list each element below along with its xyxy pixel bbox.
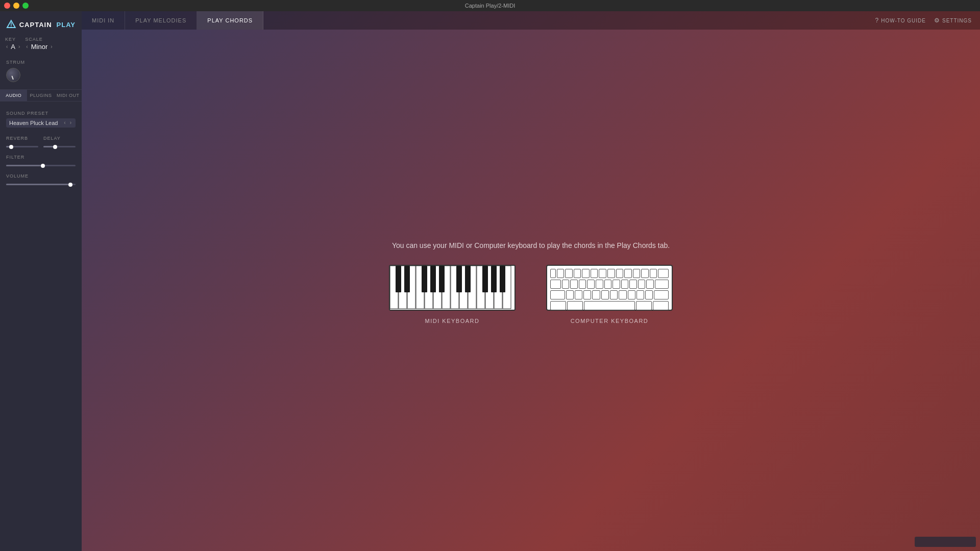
knob-indicator bbox=[11, 76, 14, 80]
help-icon: ? bbox=[875, 17, 879, 24]
close-button[interactable] bbox=[4, 3, 10, 9]
scale-prev-button[interactable]: ‹ bbox=[25, 44, 29, 49]
window-title: Captain Play/2-MIDI bbox=[465, 3, 515, 9]
main-content: MIDI IN PLAY MELODIES PLAY CHORDS ? HOW-… bbox=[82, 11, 980, 551]
strum-knob-container bbox=[6, 68, 21, 83]
volume-fill bbox=[6, 184, 68, 185]
kb-key bbox=[557, 269, 565, 278]
volume-label: VOLUME bbox=[6, 173, 29, 179]
sound-preset-label: SOUND PRESET bbox=[6, 111, 48, 116]
delay-fill bbox=[43, 146, 53, 147]
logo-brand: CAPTAIN bbox=[19, 21, 52, 29]
kb-row-2 bbox=[550, 280, 669, 289]
key-next-button[interactable]: › bbox=[17, 44, 21, 49]
filter-track bbox=[6, 165, 76, 166]
preset-next-button[interactable]: › bbox=[69, 120, 72, 126]
reverb-thumb[interactable] bbox=[9, 145, 13, 149]
midi-keyboard-label: MIDI KEYBOARD bbox=[425, 318, 480, 324]
scale-section: SCALE ‹ Minor › bbox=[25, 37, 53, 51]
scale-next-button[interactable]: › bbox=[50, 44, 53, 49]
computer-keyboard-label: COMPUTER KEYBOARD bbox=[571, 318, 649, 324]
key-scale-row: KEY ‹ A › SCALE ‹ Minor › bbox=[0, 35, 82, 53]
kb-key bbox=[599, 269, 606, 278]
maximize-button[interactable] bbox=[22, 3, 29, 9]
delay-section: DELAY bbox=[43, 133, 76, 147]
svg-rect-26 bbox=[500, 266, 505, 292]
piano-keyboard-image bbox=[389, 265, 516, 311]
kb-key bbox=[641, 269, 649, 278]
kb-key bbox=[562, 280, 570, 289]
logo-product: PLAY bbox=[57, 21, 76, 29]
bottom-bar bbox=[82, 536, 980, 551]
svg-rect-20 bbox=[430, 266, 436, 292]
tab-audio[interactable]: AUDIO bbox=[0, 90, 27, 101]
kb-key bbox=[646, 280, 654, 289]
delay-track bbox=[43, 146, 76, 147]
kb-row-1 bbox=[550, 269, 669, 278]
kb-row-4 bbox=[550, 301, 669, 310]
settings-button[interactable]: ⚙ SETTINGS bbox=[934, 17, 972, 24]
key-value: A bbox=[11, 43, 15, 51]
kb-key bbox=[582, 269, 590, 278]
reverb-track bbox=[6, 146, 38, 147]
logo-area: CAPTAIN PLAY bbox=[0, 16, 82, 35]
svg-rect-21 bbox=[439, 266, 445, 292]
kb-key bbox=[601, 290, 609, 299]
top-right-buttons: ? HOW-TO GUIDE ⚙ SETTINGS bbox=[875, 17, 980, 24]
scale-value: Minor bbox=[31, 43, 48, 51]
computer-keyboard-option: COMPUTER KEYBOARD bbox=[546, 265, 673, 324]
kb-key bbox=[574, 269, 581, 278]
tab-plugins[interactable]: PLUGINS bbox=[27, 90, 54, 101]
top-tab-play-chords[interactable]: PLAY CHORDS bbox=[197, 11, 263, 30]
kb-key bbox=[629, 280, 637, 289]
volume-section: VOLUME bbox=[6, 170, 76, 185]
delay-thumb[interactable] bbox=[53, 145, 57, 149]
kb-key bbox=[655, 280, 669, 289]
window-controls[interactable] bbox=[4, 3, 29, 9]
volume-track bbox=[6, 184, 76, 185]
kb-key bbox=[583, 290, 591, 299]
kb-key bbox=[550, 301, 566, 310]
keyboard-options: MIDI KEYBOARD bbox=[389, 265, 673, 324]
kb-key bbox=[633, 269, 641, 278]
kb-key bbox=[645, 290, 653, 299]
how-to-guide-button[interactable]: ? HOW-TO GUIDE bbox=[875, 17, 926, 24]
strum-knob[interactable] bbox=[6, 68, 20, 82]
key-label: KEY bbox=[5, 37, 21, 42]
kb-key bbox=[610, 290, 618, 299]
key-prev-button[interactable]: ‹ bbox=[5, 44, 9, 49]
delay-label: DELAY bbox=[43, 136, 61, 141]
kb-key bbox=[550, 280, 561, 289]
preset-row: Heaven Pluck Lead ‹ › bbox=[6, 118, 76, 128]
kb-key bbox=[658, 269, 669, 278]
how-to-guide-label: HOW-TO GUIDE bbox=[881, 18, 926, 23]
minimize-button[interactable] bbox=[13, 3, 19, 9]
kb-key bbox=[550, 269, 556, 278]
kb-key bbox=[604, 280, 612, 289]
kb-key bbox=[636, 290, 644, 299]
filter-section: FILTER bbox=[6, 152, 76, 166]
piano-svg bbox=[390, 266, 514, 310]
reverb-section: REVERB bbox=[6, 133, 38, 147]
top-tab-play-melodies[interactable]: PLAY MELODIES bbox=[125, 11, 197, 30]
bottom-right-bar bbox=[915, 537, 976, 547]
kb-key bbox=[575, 290, 582, 299]
settings-label: SETTINGS bbox=[942, 18, 972, 23]
tab-midi-out[interactable]: MIDI OUT bbox=[55, 90, 82, 101]
volume-thumb[interactable] bbox=[68, 183, 72, 187]
svg-rect-25 bbox=[491, 266, 497, 292]
sidebar-tabs: AUDIO PLUGINS MIDI OUT bbox=[0, 89, 82, 102]
kb-key bbox=[654, 290, 669, 299]
svg-rect-24 bbox=[482, 266, 488, 292]
kb-key bbox=[550, 290, 565, 299]
top-tab-midi-in[interactable]: MIDI IN bbox=[82, 11, 125, 30]
kb-key bbox=[607, 269, 615, 278]
kb-key bbox=[612, 280, 620, 289]
preset-prev-button[interactable]: ‹ bbox=[63, 120, 66, 126]
strum-label: STRUM bbox=[6, 60, 25, 65]
kb-key bbox=[566, 290, 574, 299]
filter-thumb[interactable] bbox=[41, 164, 45, 168]
svg-rect-19 bbox=[422, 266, 427, 292]
kb-key bbox=[638, 280, 646, 289]
strum-section: STRUM bbox=[0, 53, 82, 87]
